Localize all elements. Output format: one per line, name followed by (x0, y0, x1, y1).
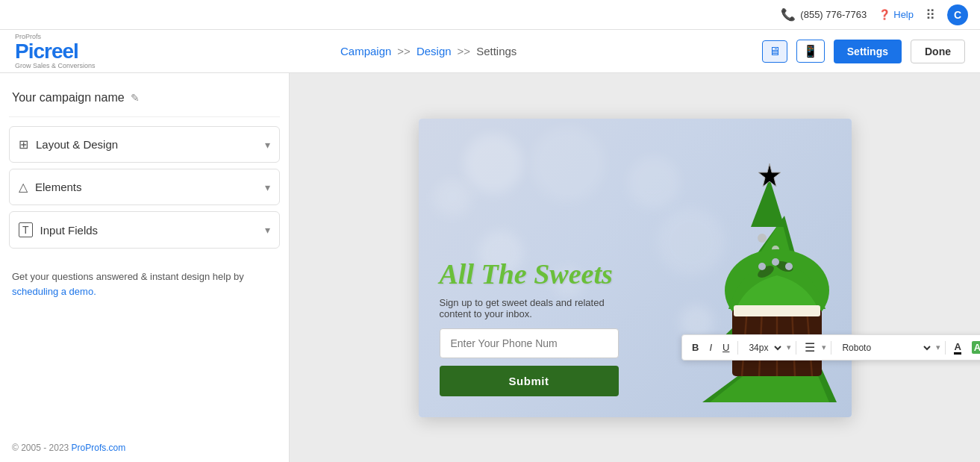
campaign-name-row: Your campaign name ✎ (9, 85, 280, 117)
avatar[interactable]: C (947, 4, 968, 25)
sidebar-item-layout-design[interactable]: ⊞ Layout & Design ▾ (9, 126, 280, 163)
text-bg-icon: A (972, 341, 980, 354)
chevron-align-icon: ▾ (822, 343, 826, 352)
phone-number: 📞 (855) 776-7763 (781, 7, 867, 22)
chevron-size-icon: ▾ (787, 343, 791, 352)
help-text: Get your questions answered & instant de… (9, 269, 280, 299)
separator-3 (831, 341, 831, 355)
preview-area: All The Sweets Sign up to get sweet deal… (290, 73, 980, 462)
chevron-font-icon: ▾ (936, 343, 940, 352)
svg-point-19 (772, 258, 779, 266)
elements-label: Elements (35, 181, 82, 193)
text-color-button[interactable]: A (950, 339, 964, 357)
desktop-icon: 🖥 (769, 45, 781, 58)
arrow-2: >> (458, 45, 471, 57)
separator-2 (796, 341, 796, 355)
chevron-down-icon-2: ▾ (265, 181, 270, 193)
desktop-view-button[interactable]: 🖥 (762, 40, 787, 63)
input-fields-icon: T (19, 222, 33, 237)
popup-title[interactable]: All The Sweets (440, 258, 613, 291)
breadcrumb: Campaign >> Design >> Settings (340, 45, 516, 57)
proprofs-link[interactable]: ProProfs.com (72, 443, 126, 453)
demo-link[interactable]: scheduling a demo. (12, 286, 96, 297)
separator-4 (945, 341, 946, 355)
popup-subtitle[interactable]: Sign up to get sweet deals and related c… (440, 297, 634, 319)
header: ProProfs Picreel Grow Sales & Conversion… (0, 30, 980, 73)
cupcake-illustration: ❄ (680, 163, 852, 417)
campaign-name: Your campaign name (12, 91, 125, 104)
done-button[interactable]: Done (911, 40, 965, 63)
align-button[interactable]: ☰ (801, 338, 819, 357)
svg-point-18 (758, 263, 766, 270)
font-family-select[interactable]: Roboto Arial Georgia Times New Roman (836, 340, 933, 355)
chevron-down-icon: ▾ (265, 139, 270, 151)
separator-1 (737, 341, 738, 355)
help-link[interactable]: ❓ Help (878, 9, 914, 20)
input-fields-label: Input Fields (40, 224, 99, 237)
editor-toolbar: B I U 34px 12px 14px 18px 24px 36px ▾ ☰ … (681, 334, 980, 360)
italic-button[interactable]: I (705, 340, 716, 355)
popup-card: All The Sweets Sign up to get sweet deal… (419, 119, 852, 417)
sidebar-item-elements[interactable]: △ Elements ▾ (9, 169, 280, 205)
text-color-icon: A (954, 341, 961, 355)
nav-settings: Settings (476, 45, 516, 57)
logo-area: ProProfs Picreel Grow Sales & Conversion… (15, 33, 96, 69)
svg-point-20 (785, 263, 793, 270)
text-bg-color-button[interactable]: A (968, 339, 980, 356)
nav-design[interactable]: Design (416, 45, 452, 57)
top-bar: 📞 (855) 776-7763 ❓ Help ⠿ C (0, 0, 980, 30)
grid-icon[interactable]: ⠿ (926, 7, 935, 23)
nav-campaign[interactable]: Campaign (340, 45, 391, 57)
logo-picreel[interactable]: Picreel (15, 41, 96, 62)
layout-design-label: Layout & Design (36, 138, 118, 151)
settings-button[interactable]: Settings (834, 40, 902, 63)
submit-button[interactable]: Submit (440, 366, 619, 396)
arrow-1: >> (397, 45, 411, 57)
svg-rect-27 (734, 305, 820, 316)
header-actions: 🖥 📱 Settings Done (762, 40, 965, 63)
underline-button[interactable]: U (719, 340, 733, 355)
phone-input[interactable] (440, 328, 619, 358)
bold-button[interactable]: B (688, 340, 702, 355)
font-size-select[interactable]: 34px 12px 14px 18px 24px 36px (743, 340, 784, 355)
sidebar: Your campaign name ✎ ⊞ Layout & Design ▾… (0, 73, 290, 462)
popup-background: All The Sweets Sign up to get sweet deal… (419, 119, 852, 417)
footer: © 2005 - 2023 ProProfs.com (9, 437, 280, 453)
main-layout: Your campaign name ✎ ⊞ Layout & Design ▾… (0, 73, 980, 462)
sidebar-item-input-fields[interactable]: T Input Fields ▾ (9, 211, 280, 249)
mobile-icon: 📱 (803, 44, 818, 58)
elements-icon: △ (19, 180, 28, 194)
mobile-view-button[interactable]: 📱 (796, 40, 825, 63)
help-icon: ❓ (878, 9, 890, 20)
layout-design-icon: ⊞ (19, 137, 28, 152)
phone-input-wrapper (440, 328, 619, 358)
chevron-down-icon-3: ▾ (265, 224, 270, 236)
logo-tagline: Grow Sales & Conversions (15, 62, 96, 69)
phone-icon: 📞 (781, 7, 796, 22)
edit-icon[interactable]: ✎ (131, 92, 140, 104)
